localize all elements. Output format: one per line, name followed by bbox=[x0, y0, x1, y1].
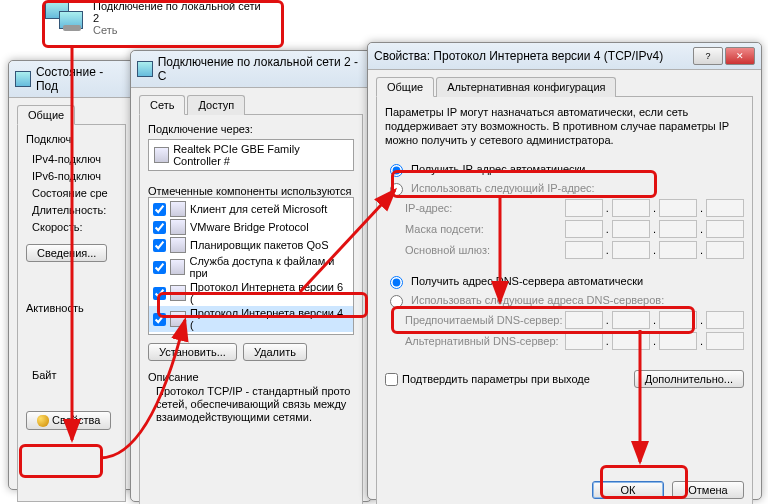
qos-icon bbox=[170, 237, 186, 253]
label-ip-manual: Использовать следующий IP-адрес: bbox=[411, 182, 595, 194]
close-button[interactable]: ✕ bbox=[725, 47, 755, 65]
item-1: VMware Bridge Protocol bbox=[190, 221, 309, 233]
uninstall-button[interactable]: Удалить bbox=[243, 343, 307, 361]
ip-seg bbox=[565, 199, 603, 217]
intro-text: Параметры IP могут назначаться автоматич… bbox=[385, 105, 744, 147]
label-dns2: Альтернативный DNS-сервер: bbox=[405, 335, 559, 347]
advanced-button[interactable]: Дополнительно... bbox=[634, 370, 744, 388]
label-dns1: Предпочитаемый DNS-сервер: bbox=[405, 314, 562, 326]
conn-icon bbox=[137, 61, 153, 77]
vmware-icon bbox=[170, 219, 186, 235]
adapter-name-line2: 2 bbox=[93, 12, 261, 24]
adapter-name-line1: Подключение по локальной сети bbox=[93, 0, 261, 12]
label-dns-auto: Получить адрес DNS-сервера автоматически bbox=[411, 275, 643, 287]
label-ip: IP-адрес: bbox=[405, 202, 452, 214]
row-bytes: Байт bbox=[32, 369, 117, 381]
client-icon bbox=[170, 201, 186, 217]
row-ipv6: IPv6-подключ bbox=[32, 168, 117, 185]
item-5: Протокол Интернета версии 4 ( bbox=[190, 307, 349, 331]
validate-checkbox-row[interactable]: Подтвердить параметры при выходе bbox=[385, 373, 590, 386]
label-mask: Маска подсети: bbox=[405, 223, 484, 235]
help-button[interactable]: ? bbox=[693, 47, 723, 65]
radio-dns-auto[interactable] bbox=[390, 276, 403, 289]
tab-alternate[interactable]: Альтернативная конфигурация bbox=[436, 77, 616, 97]
chk-item-4[interactable] bbox=[153, 287, 166, 300]
label-dns-manual: Использовать следующие адреса DNS-сервер… bbox=[411, 294, 664, 306]
item-4: Протокол Интернета версии 6 ( bbox=[190, 281, 349, 305]
details-button[interactable]: Сведения... bbox=[26, 244, 107, 262]
fileshare-icon bbox=[170, 259, 185, 275]
radio-ip-auto[interactable] bbox=[390, 164, 403, 177]
chk-item-3[interactable] bbox=[153, 261, 166, 274]
properties-button[interactable]: Свойства bbox=[26, 411, 111, 430]
chk-item-5[interactable] bbox=[153, 313, 166, 326]
shield-icon bbox=[37, 415, 49, 427]
item-0: Клиент для сетей Microsoft bbox=[190, 203, 327, 215]
install-button[interactable]: Установить... bbox=[148, 343, 237, 361]
ipv4-icon bbox=[170, 311, 186, 327]
adapter-network: Сеть bbox=[93, 24, 261, 36]
chk-item-2[interactable] bbox=[153, 239, 166, 252]
label-validate: Подтвердить параметры при выходе bbox=[402, 373, 590, 385]
ipv4-properties-window: Свойства: Протокол Интернета версии 4 (T… bbox=[367, 42, 762, 500]
tab-general[interactable]: Общие bbox=[17, 105, 75, 125]
status-title: Состояние - Под bbox=[36, 65, 128, 93]
conn-title: Подключение по локальной сети 2 - С bbox=[158, 55, 365, 83]
adapter-field: Realtek PCIe GBE Family Controller # bbox=[148, 139, 354, 171]
label-gateway: Основной шлюз: bbox=[405, 244, 490, 256]
chk-item-1[interactable] bbox=[153, 221, 166, 234]
section-connection: Подключ bbox=[26, 133, 117, 145]
status-titlebar[interactable]: Состояние - Под bbox=[9, 61, 134, 98]
radio-ip-manual[interactable] bbox=[390, 183, 403, 196]
label-description: Описание bbox=[148, 371, 354, 383]
tab-access[interactable]: Доступ bbox=[187, 95, 245, 115]
chk-item-0[interactable] bbox=[153, 203, 166, 216]
ipv4-titlebar[interactable]: Свойства: Протокол Интернета версии 4 (T… bbox=[368, 43, 761, 70]
components-list[interactable]: Клиент для сетей Microsoft VMware Bridge… bbox=[148, 197, 354, 335]
radio-dns-manual[interactable] bbox=[390, 295, 403, 308]
row-speed: Скорость: bbox=[32, 219, 117, 236]
row-media: Состояние сре bbox=[32, 185, 117, 202]
section-activity: Активность bbox=[26, 302, 117, 314]
label-ip-auto: Получить IP-адрес автоматически bbox=[411, 163, 585, 175]
item-6: Драйвер в/в тополога канально bbox=[190, 333, 349, 335]
network-adapter-item[interactable]: Подключение по локальной сети 2 Сеть bbox=[45, 0, 261, 36]
status-icon bbox=[15, 71, 31, 87]
validate-checkbox[interactable] bbox=[385, 373, 398, 386]
adapter-name: Realtek PCIe GBE Family Controller # bbox=[173, 143, 348, 167]
item-2: Планировщик пакетов QoS bbox=[190, 239, 329, 251]
conn-titlebar[interactable]: Подключение по локальной сети 2 - С bbox=[131, 51, 371, 88]
network-icon bbox=[45, 1, 85, 35]
connection-properties-window: Подключение по локальной сети 2 - С Сеть… bbox=[130, 50, 372, 502]
status-window: Состояние - Под Общие Подключ IPv4-подкл… bbox=[8, 60, 135, 490]
description-text: Протокол TCP/IP - стандартный прото сете… bbox=[156, 385, 354, 424]
ipv4-title: Свойства: Протокол Интернета версии 4 (T… bbox=[374, 49, 663, 63]
row-ipv4: IPv4-подключ bbox=[32, 151, 117, 168]
adapter-icon bbox=[154, 147, 169, 163]
tab-general-ipv4[interactable]: Общие bbox=[376, 77, 434, 97]
row-duration: Длительность: bbox=[32, 202, 117, 219]
cancel-button[interactable]: Отмена bbox=[672, 481, 744, 499]
ok-button[interactable]: ОК bbox=[592, 481, 664, 499]
ipv6-icon bbox=[170, 285, 186, 301]
item-3: Служба доступа к файлам и при bbox=[189, 255, 349, 279]
tab-network[interactable]: Сеть bbox=[139, 95, 185, 115]
label-connect-via: Подключение через: bbox=[148, 123, 354, 135]
label-components: Отмеченные компоненты используются bbox=[148, 185, 354, 197]
